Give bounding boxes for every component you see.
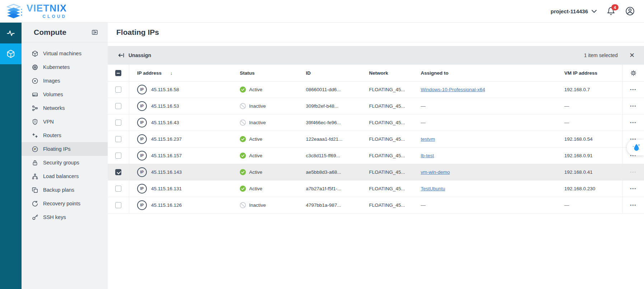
row-checkbox[interactable] xyxy=(115,136,121,142)
ip-address: 45.115.16.53 xyxy=(151,103,179,109)
ip-icon: IP xyxy=(137,184,147,194)
col-ip-address[interactable]: IP address xyxy=(137,70,162,76)
drive-icon xyxy=(31,91,38,98)
page-title: Floating IPs xyxy=(116,28,159,37)
compute-sidebar: Compute Virtual machines Kubernetes xyxy=(22,23,108,289)
vm-ip-address: 192.168.0.91 xyxy=(564,153,622,158)
assigned-vm-link[interactable]: testvm xyxy=(421,136,435,142)
column-settings-gear-icon[interactable] xyxy=(630,70,637,76)
network-nodes-icon xyxy=(31,104,38,112)
row-menu-icon[interactable]: ••• xyxy=(630,121,636,125)
logo-name: VIETNIX xyxy=(27,4,67,13)
network-name: FLOATING_45... xyxy=(369,136,421,142)
rail-item-compute[interactable] xyxy=(0,43,22,64)
assigned-vm-link[interactable]: TestUbuntu xyxy=(421,186,445,191)
status-active-icon xyxy=(240,136,246,142)
sidebar-item-networks[interactable]: Networks xyxy=(22,101,108,115)
row-checkbox[interactable] xyxy=(115,120,121,126)
row-menu-icon[interactable]: ••• xyxy=(630,187,636,191)
table-row[interactable]: IP45.115.16.131 Active a7b27a1f-f5f1-...… xyxy=(108,181,644,197)
ip-icon: IP xyxy=(137,85,147,94)
status-label: Active xyxy=(249,136,262,142)
sidebar-item-kubernetes[interactable]: Kubernetes xyxy=(22,60,108,74)
col-network[interactable]: Network xyxy=(369,70,421,76)
sidebar-item-vpn[interactable]: VPN xyxy=(22,115,108,129)
logo-subtitle: CLOUD xyxy=(27,14,67,19)
row-checkbox[interactable] xyxy=(115,202,121,208)
status-label: Inactive xyxy=(249,202,266,208)
col-assigned-to[interactable]: Assigned to xyxy=(421,70,564,76)
kubernetes-icon xyxy=(31,64,38,71)
ip-icon: IP xyxy=(137,101,147,111)
sidebar-item-recovery-points[interactable]: Recovery points xyxy=(22,197,108,210)
assigned-vm-empty: — xyxy=(421,202,564,208)
sidebar-item-images[interactable]: Images xyxy=(22,74,108,88)
hierarchy-icon xyxy=(31,173,38,180)
assigned-vm-link[interactable]: lb-test xyxy=(421,153,434,158)
user-avatar-icon xyxy=(625,6,635,16)
sidebar-item-floating-ips[interactable]: IP Floating IPs xyxy=(22,142,108,156)
status-label: Active xyxy=(249,153,262,158)
table-row[interactable]: IP45.115.16.237 Active 122eaaa1-fd21... … xyxy=(108,131,644,148)
ip-icon: IP xyxy=(137,118,147,127)
row-menu-icon[interactable]: ••• xyxy=(630,104,636,108)
table-row[interactable]: IP45.115.16.43 Inactive 39f466ec-fe96...… xyxy=(108,115,644,131)
table-row-selected[interactable]: IP45.115.16.143 Active ae5bb8d3-a68... F… xyxy=(108,164,644,181)
close-selection-icon[interactable]: ✕ xyxy=(629,52,635,59)
support-widget-button[interactable] xyxy=(627,140,644,155)
select-all-checkbox[interactable] xyxy=(115,70,121,76)
ip-address: 45.115.16.131 xyxy=(151,186,182,191)
sort-desc-icon[interactable]: ↓ xyxy=(170,70,173,76)
table-row[interactable]: IP45.115.16.126 Inactive 4797bb1a-987...… xyxy=(108,197,644,214)
selected-count: 1 item selected xyxy=(584,52,618,58)
network-name: FLOATING_45... xyxy=(369,87,421,92)
logo-stack-icon xyxy=(5,3,24,19)
assigned-vm-link[interactable]: Windows-10-Professional-x64 xyxy=(421,87,485,92)
resource-id: a7b27a1f-f5f1-... xyxy=(306,186,369,191)
vm-ip-address: 192.168.0.54 xyxy=(564,136,622,142)
sidebar-item-ssh-keys[interactable]: SSH keys xyxy=(22,210,108,224)
ip-address: 45.115.16.58 xyxy=(151,87,179,92)
row-checkbox[interactable] xyxy=(115,186,121,192)
sidebar-item-backup-plans[interactable]: Backup plans xyxy=(22,183,108,197)
resource-id: 08660011-dd6... xyxy=(306,87,369,92)
sidebar-title: Compute xyxy=(34,28,66,37)
project-switcher[interactable]: project-114436 xyxy=(551,8,597,14)
status-inactive-icon xyxy=(240,103,246,109)
row-checkbox[interactable] xyxy=(115,153,121,159)
chevron-down-icon xyxy=(592,10,597,13)
rail-item-monitoring[interactable] xyxy=(0,23,22,43)
sidebar-item-volumes[interactable]: Volumes xyxy=(22,88,108,101)
row-checkbox[interactable] xyxy=(115,103,121,109)
table-row[interactable]: IP45.115.16.53 Inactive 309fb2ef-b48... … xyxy=(108,98,644,115)
row-checkbox[interactable] xyxy=(115,87,121,93)
resource-id: 4797bb1a-987... xyxy=(306,202,369,208)
account-button[interactable] xyxy=(625,6,635,16)
row-checkbox-checked[interactable] xyxy=(115,169,121,175)
notifications-button[interactable]: 4 xyxy=(607,7,615,15)
col-id[interactable]: ID xyxy=(306,70,369,76)
col-vm-ip-address[interactable]: VM IP address xyxy=(564,70,622,76)
ip-address: 45.115.16.143 xyxy=(151,169,182,175)
vm-ip-address: 192.168.0.7 xyxy=(564,87,622,92)
project-name: project-114436 xyxy=(551,8,588,14)
table-header: IP address ↓ Status ID Network Assigned … xyxy=(108,65,644,81)
row-menu-icon[interactable]: ••• xyxy=(630,88,636,92)
sidebar-item-routers[interactable]: Routers xyxy=(22,129,108,142)
vietnix-logo[interactable]: VIETNIX CLOUD xyxy=(5,3,67,19)
ip-icon: IP xyxy=(137,134,147,144)
row-menu-icon[interactable]: ••• xyxy=(630,170,636,174)
col-status[interactable]: Status xyxy=(240,70,306,76)
vm-ip-address: — xyxy=(564,202,622,208)
sidebar-item-security-groups[interactable]: Security groups xyxy=(22,156,108,169)
row-menu-icon[interactable]: ••• xyxy=(630,203,636,207)
sidebar-item-load-balancers[interactable]: Load balancers xyxy=(22,169,108,183)
table-row[interactable]: IP45.115.16.58 Active 08660011-dd6... FL… xyxy=(108,81,644,98)
status-active-icon xyxy=(240,186,246,192)
sidebar-item-virtual-machines[interactable]: Virtual machines xyxy=(22,47,108,60)
unassign-button[interactable]: Unassign xyxy=(118,52,151,58)
table-row[interactable]: IP45.115.16.157 Active c3c8d115-ff69... … xyxy=(108,148,644,164)
collapse-sidebar-icon[interactable] xyxy=(91,29,98,36)
assigned-vm-link[interactable]: vm-win-demo xyxy=(421,169,450,175)
main-content: Floating IPs Unassign 1 item selected ✕ xyxy=(108,23,644,289)
